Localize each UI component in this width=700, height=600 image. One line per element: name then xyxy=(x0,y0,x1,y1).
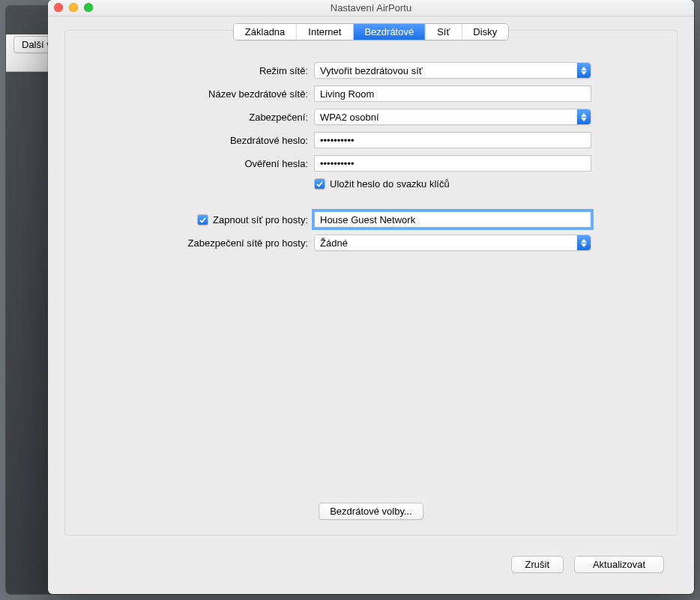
guest-network-name-input[interactable] xyxy=(314,211,591,228)
remember-password-label: Uložit heslo do svazku klíčů xyxy=(330,178,450,190)
traffic-lights xyxy=(54,3,93,12)
guest-security-popup[interactable]: Žádné xyxy=(314,234,591,251)
label-verify-password: Ověření hesla: xyxy=(97,158,314,169)
guest-network-checkbox[interactable] xyxy=(197,214,208,225)
settings-sheet: Základna Internet Bezdrátové Síť Disky R… xyxy=(64,30,678,536)
svg-marker-5 xyxy=(581,243,587,247)
svg-marker-2 xyxy=(581,113,587,117)
tab-bar: Základna Internet Bezdrátové Síť Disky xyxy=(233,23,509,40)
label-enable-guest: Zapnout síť pro hosty: xyxy=(213,214,308,225)
wireless-name-input[interactable] xyxy=(314,85,591,102)
svg-marker-4 xyxy=(581,239,587,243)
wireless-options-button[interactable]: Bezdrátové volby... xyxy=(319,503,423,520)
check-icon xyxy=(199,216,207,224)
guest-security-value: Žádné xyxy=(320,237,348,249)
label-wireless-name: Název bezdrátové sítě: xyxy=(97,88,314,100)
tab-network[interactable]: Síť xyxy=(426,24,462,40)
tab-base[interactable]: Základna xyxy=(234,24,297,40)
label-guest-security: Zabezpečení sítě pro hosty: xyxy=(97,237,314,249)
network-mode-popup[interactable]: Vytvořit bezdrátovou síť xyxy=(314,62,591,79)
check-icon xyxy=(316,180,324,188)
label-wireless-password: Bezdrátové heslo: xyxy=(97,135,314,146)
wireless-form: Režim sítě: Vytvořit bezdrátovou síť Náz… xyxy=(65,62,677,258)
tab-disks[interactable]: Disky xyxy=(462,24,508,40)
update-button[interactable]: Aktualizovat xyxy=(574,556,664,573)
titlebar: Nastavení AirPortu xyxy=(48,0,694,16)
label-network-mode: Režim sítě: xyxy=(97,65,314,76)
svg-marker-0 xyxy=(581,67,587,70)
tab-internet[interactable]: Internet xyxy=(297,24,353,40)
chevron-updown-icon xyxy=(577,63,591,78)
svg-marker-3 xyxy=(581,118,587,121)
svg-marker-1 xyxy=(581,71,587,75)
zoom-icon[interactable] xyxy=(84,3,93,12)
close-icon[interactable] xyxy=(54,3,63,12)
chevron-updown-icon xyxy=(577,235,591,250)
airport-settings-window: Nastavení AirPortu Základna Internet Bez… xyxy=(48,0,694,594)
minimize-icon[interactable] xyxy=(69,3,78,12)
tab-wireless[interactable]: Bezdrátové xyxy=(353,24,426,40)
security-popup[interactable]: WPA2 osobní xyxy=(314,109,591,125)
label-security: Zabezpečení: xyxy=(97,112,314,123)
window-title: Nastavení AirPortu xyxy=(331,2,411,13)
security-value: WPA2 osobní xyxy=(320,112,379,123)
remember-password-checkbox[interactable] xyxy=(314,178,325,190)
network-mode-value: Vytvořit bezdrátovou síť xyxy=(320,65,423,76)
footer-buttons: Zrušit Aktualizovat xyxy=(511,556,665,573)
wireless-password-input[interactable] xyxy=(314,132,591,148)
cancel-button[interactable]: Zrušit xyxy=(511,556,564,573)
chevron-updown-icon xyxy=(577,109,591,124)
verify-password-input[interactable] xyxy=(314,155,591,172)
